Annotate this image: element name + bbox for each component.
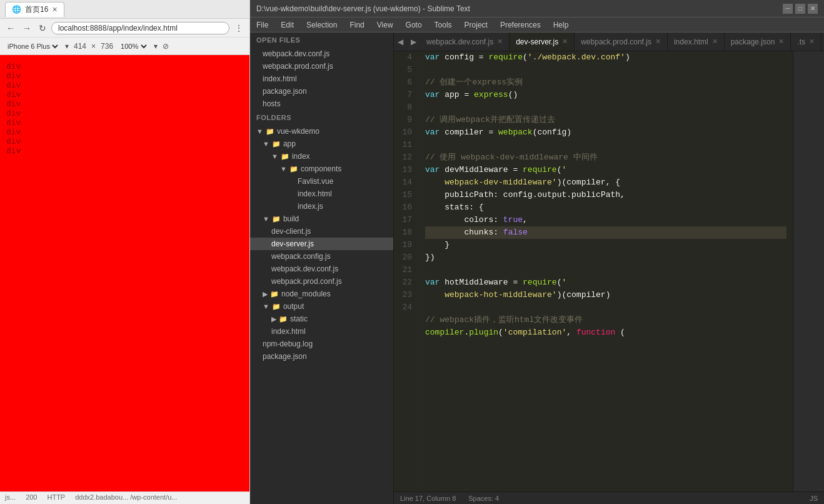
status-js: js... bbox=[5, 493, 16, 503]
rotate-icon[interactable]: ⊘ bbox=[163, 42, 169, 51]
file-favlist[interactable]: Favlist.vue bbox=[250, 175, 393, 188]
content-div-3: div bbox=[6, 80, 243, 89]
open-files-section: OPEN FILES bbox=[250, 33, 393, 48]
code-line-8 bbox=[425, 101, 786, 114]
line-numbers: 4 5 6 7 8 9 10 11 12 13 14 15 16 17 18 1… bbox=[394, 51, 419, 491]
ln-4: 4 bbox=[398, 51, 412, 64]
ln-14: 14 bbox=[398, 176, 412, 189]
menu-edit[interactable]: Edit bbox=[274, 19, 300, 31]
close-button[interactable]: ✕ bbox=[808, 4, 818, 14]
code-line-19: }) bbox=[425, 251, 786, 264]
folder-name-index: index bbox=[292, 152, 310, 161]
folder-vue-wkdemo[interactable]: ▼ 📁 vue-wkdemo bbox=[250, 125, 393, 138]
tab-icon: 🌐 bbox=[12, 5, 21, 14]
file-npm-debug[interactable]: npm-debug.log bbox=[250, 338, 393, 350]
tab-next-button[interactable]: ▶ bbox=[407, 33, 420, 51]
file-package-json[interactable]: package.json bbox=[250, 350, 393, 363]
file-webpack-dev-conf[interactable]: webpack.dev.conf.js bbox=[250, 263, 393, 275]
file-webpack-config[interactable]: webpack.config.js bbox=[250, 250, 393, 263]
folder-node-modules[interactable]: ▶ 📁 node_modules bbox=[250, 288, 393, 300]
sidebar-file-index-html[interactable]: index.html bbox=[250, 73, 393, 85]
device-bar: iPhone 6 Plus ▾ 414 × 736 100% ▾ ⊘ bbox=[0, 38, 249, 55]
menu-find[interactable]: Find bbox=[343, 19, 370, 31]
refresh-button[interactable]: ↻ bbox=[36, 22, 49, 34]
browser-tab[interactable]: 🌐 首页16 ✕ bbox=[5, 2, 64, 17]
sidebar-file-package[interactable]: package.json bbox=[250, 85, 393, 98]
ln-10: 10 bbox=[398, 126, 412, 139]
file-index-js[interactable]: index.js bbox=[250, 200, 393, 213]
folder-arrow-output: ▼ bbox=[263, 303, 269, 310]
menu-file[interactable]: File bbox=[250, 19, 274, 31]
folder-static[interactable]: ▶ 📁 static bbox=[250, 313, 393, 325]
code-line-21: var hotMiddleware = require(' bbox=[425, 276, 786, 289]
code-line-6: // 创建一个express实例 bbox=[425, 76, 786, 89]
sidebar-file-webpack-dev[interactable]: webpack.dev.conf.js bbox=[250, 48, 393, 60]
tab-ts[interactable]: .ts ✕ bbox=[791, 33, 821, 51]
code-line-15: stats: { bbox=[425, 201, 786, 214]
tab-package-json[interactable]: package.json ✕ bbox=[725, 33, 791, 51]
browser-panel: 🌐 首页16 ✕ ← → ↻ ⋮ iPhone 6 Plus ▾ 414 × 7… bbox=[0, 0, 250, 504]
tab-close-ts[interactable]: ✕ bbox=[809, 38, 815, 46]
maximize-button[interactable]: □ bbox=[795, 4, 805, 14]
folder-arrow-index: ▼ bbox=[271, 153, 278, 160]
more-button[interactable]: ⋮ bbox=[232, 22, 246, 34]
sidebar-file-webpack-prod[interactable]: webpack.prod.conf.js bbox=[250, 60, 393, 73]
file-dev-server[interactable]: dev-server.js bbox=[250, 238, 393, 250]
file-webpack-prod-conf[interactable]: webpack.prod.conf.js bbox=[250, 275, 393, 288]
tab-dev-server[interactable]: dev-server.js ✕ bbox=[510, 33, 575, 51]
folder-index[interactable]: ▼ 📁 index bbox=[250, 150, 393, 163]
tabs-menu[interactable]: ☰ bbox=[821, 38, 824, 46]
sidebar: OPEN FILES webpack.dev.conf.js webpack.p… bbox=[250, 33, 394, 504]
folder-output[interactable]: ▼ 📁 output bbox=[250, 300, 393, 313]
tab-close-webpack-dev[interactable]: ✕ bbox=[497, 38, 503, 46]
browser-tab-close[interactable]: ✕ bbox=[52, 6, 58, 14]
ln-5: 5 bbox=[398, 64, 412, 76]
tab-close-webpack-prod[interactable]: ✕ bbox=[655, 38, 661, 46]
menu-selection[interactable]: Selection bbox=[300, 19, 343, 31]
menu-view[interactable]: View bbox=[371, 19, 399, 31]
folder-build[interactable]: ▼ 📁 build bbox=[250, 213, 393, 225]
zoom-select[interactable]: 100% bbox=[118, 42, 149, 51]
address-bar[interactable] bbox=[51, 22, 229, 34]
folder-name-components: components bbox=[301, 164, 341, 173]
folder-icon-output: 📁 bbox=[272, 303, 281, 311]
file-output-index[interactable]: index.html bbox=[250, 325, 393, 338]
tab-index-html[interactable]: index.html ✕ bbox=[668, 33, 725, 51]
device-select[interactable]: iPhone 6 Plus bbox=[5, 42, 60, 51]
file-index-html-app[interactable]: index.html bbox=[250, 188, 393, 200]
folder-icon-build: 📁 bbox=[272, 215, 281, 223]
tab-webpack-dev[interactable]: webpack.dev.conf.js ✕ bbox=[420, 33, 510, 51]
tab-label-dev-server: dev-server.js bbox=[516, 38, 558, 46]
ln-20: 20 bbox=[398, 251, 412, 264]
file-dev-client[interactable]: dev-client.js bbox=[250, 225, 393, 238]
status-lang: JS bbox=[810, 495, 818, 502]
menu-help[interactable]: Help bbox=[547, 19, 575, 31]
tab-close-dev-server[interactable]: ✕ bbox=[562, 38, 568, 46]
tabs-bar: ◀ ▶ webpack.dev.conf.js ✕ dev-server.js … bbox=[394, 33, 824, 51]
code-line-11 bbox=[425, 139, 786, 151]
content-div-2: div bbox=[6, 71, 243, 80]
tab-prev-button[interactable]: ◀ bbox=[394, 33, 407, 51]
folder-icon-index: 📁 bbox=[281, 153, 289, 161]
sidebar-file-hosts[interactable]: hosts bbox=[250, 98, 393, 110]
tab-close-index-html[interactable]: ✕ bbox=[712, 38, 718, 46]
ln-6: 6 bbox=[398, 76, 412, 89]
code-editor[interactable]: var config = require('./webpack.dev.conf… bbox=[419, 51, 793, 491]
back-button[interactable]: ← bbox=[4, 22, 18, 34]
tab-webpack-prod[interactable]: webpack.prod.conf.js ✕ bbox=[575, 33, 668, 51]
folder-app[interactable]: ▼ 📁 app bbox=[250, 138, 393, 150]
tab-close-package-json[interactable]: ✕ bbox=[778, 38, 784, 46]
forward-button[interactable]: → bbox=[20, 22, 34, 34]
ln-8: 8 bbox=[398, 101, 412, 114]
minimize-button[interactable]: ─ bbox=[783, 4, 793, 14]
folder-icon-app: 📁 bbox=[272, 140, 281, 148]
browser-tab-title: 首页16 bbox=[25, 4, 48, 15]
menu-preferences[interactable]: Preferences bbox=[494, 19, 547, 31]
code-line-12: // 使用 webpack-dev-middleware 中间件 bbox=[425, 151, 786, 164]
menu-goto[interactable]: Goto bbox=[399, 19, 428, 31]
folders-section: FOLDERS bbox=[250, 110, 393, 125]
folder-components[interactable]: ▼ 📁 components bbox=[250, 163, 393, 175]
menu-project[interactable]: Project bbox=[458, 19, 494, 31]
menu-tools[interactable]: Tools bbox=[428, 19, 458, 31]
status-url: dddx2.badabou... /wp-content/u... bbox=[75, 493, 177, 503]
